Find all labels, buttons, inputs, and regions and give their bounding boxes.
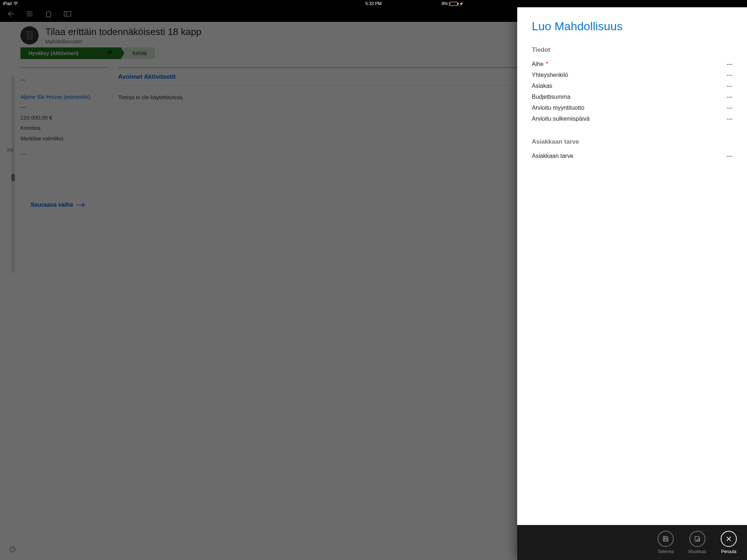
battery-percent: 8% [442,1,448,6]
charging-icon: ⚡ [459,1,464,6]
svg-point-0 [15,5,16,5]
wifi-icon [13,2,18,5]
background-page: Tilaa erittäin todennäköisesti 18 kapp M… [0,7,467,350]
ipad-status-bar: iPad 5:33 PM 8% ⚡ [0,0,467,7]
device-label: iPad [3,1,12,6]
clock-label: 5:33 PM [365,1,382,6]
battery-icon [449,2,458,6]
dim-overlay [0,7,467,350]
